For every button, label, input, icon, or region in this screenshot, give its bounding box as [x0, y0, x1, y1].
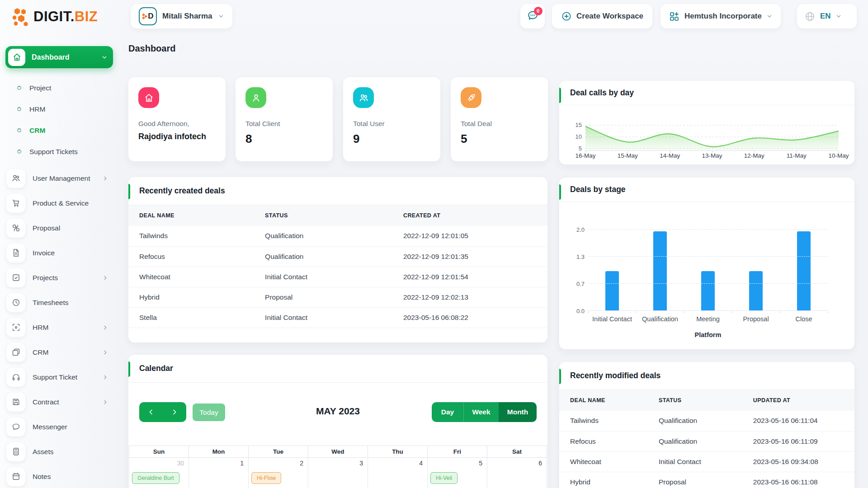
- recent-created-table: DEAL NAME STATUS CREATED AT TailwindsQua…: [128, 205, 547, 328]
- table-row[interactable]: StellaInitial Contact2023-05-16 06:08:22: [128, 307, 547, 328]
- sidebar-item-contract[interactable]: Contract: [5, 389, 113, 414]
- calendar-cell[interactable]: 5 Hi-Veil: [427, 458, 487, 488]
- section-title: Deal calls by day: [570, 88, 634, 97]
- scan-icon: [6, 318, 25, 337]
- total-deal-card: Total Deal 5: [451, 77, 548, 161]
- table-row[interactable]: HybridProposal2022-12-09 12:02:13: [128, 287, 547, 307]
- calendar-cell[interactable]: 1: [189, 458, 248, 488]
- workspace-avatar-hex-icon: [142, 13, 147, 19]
- greeting-label: Good Afternoon,: [138, 120, 216, 128]
- stat-label: Total User: [353, 120, 430, 128]
- bar: [588, 230, 636, 311]
- sidebar-subitem-crm[interactable]: CRM: [5, 120, 113, 141]
- calculator-icon: [6, 442, 25, 461]
- chat-badge: 0: [534, 7, 542, 15]
- chevron-right-icon: [102, 275, 108, 281]
- sidebar-item-projects[interactable]: Projects: [5, 265, 113, 290]
- date-number: 5: [428, 458, 487, 469]
- section-title: Recently created deals: [139, 186, 225, 195]
- view-week-button[interactable]: Week: [463, 402, 499, 422]
- day-header: Tue: [248, 446, 308, 458]
- day-header: Sun: [129, 446, 189, 458]
- table-row[interactable]: RefocusQualification2022-12-09 12:01:35: [128, 246, 547, 267]
- calendar-cell[interactable]: 3: [308, 458, 368, 488]
- date-number: 2: [249, 458, 308, 469]
- sidebar-item-proposal[interactable]: Proposal: [5, 216, 113, 240]
- recently-modified-deals-card: Recently modified deals DEAL NAME STATUS…: [559, 362, 854, 488]
- day-header: Fri: [427, 446, 487, 458]
- calendar-cell[interactable]: 4: [368, 458, 427, 488]
- stat-label: Total Client: [245, 120, 323, 128]
- table-row[interactable]: RefocusQualification2023-05-16 06:11:09: [559, 431, 854, 451]
- recent-modified-table: DEAL NAME STATUS UPDATED AT TailwindsQua…: [559, 390, 854, 488]
- greeting-card: Good Afternoon, Rajodiya infotech: [128, 77, 226, 161]
- sidebar-item-invoice[interactable]: Invoice: [5, 240, 113, 265]
- user-icon: [245, 87, 266, 108]
- view-month-button[interactable]: Month: [499, 402, 537, 422]
- cart-icon: [6, 194, 25, 213]
- day-header: Sat: [487, 446, 547, 458]
- table-row[interactable]: TailwindsQualification2023-05-16 06:11:0…: [559, 411, 854, 431]
- workspace-name: Hemtush Incorporate: [684, 12, 762, 21]
- messages-button[interactable]: 0: [520, 4, 545, 28]
- dashboard-submenu: Project HRM CRM Support Tickets: [5, 77, 113, 162]
- calendar-event[interactable]: Geraldine Burt: [132, 472, 179, 484]
- total-user-card: Total User 9: [343, 77, 440, 161]
- sidebar-subitem-project[interactable]: Project: [5, 77, 113, 99]
- view-day-button[interactable]: Day: [432, 402, 463, 422]
- chevron-right-icon: [102, 175, 108, 182]
- day-header: Mon: [189, 446, 248, 458]
- sidebar-item-product-service[interactable]: Product & Service: [5, 191, 113, 216]
- layers-icon: [6, 343, 25, 362]
- bullet-icon: [17, 107, 21, 111]
- calendar-cell[interactable]: 6: [487, 458, 547, 488]
- calendar-cell[interactable]: 2 Hi-Flow: [248, 458, 308, 488]
- create-workspace-button[interactable]: Create Workspace: [552, 4, 652, 28]
- save-icon: [6, 393, 25, 412]
- language-code: EN: [820, 12, 831, 21]
- calendar-cell[interactable]: 30 Geraldine Burt: [129, 458, 189, 488]
- bar-chart-bars: [588, 230, 828, 311]
- sidebar-subitem-support-tickets[interactable]: Support Tickets: [5, 141, 113, 162]
- sidebar-item-dashboard[interactable]: Dashboard: [5, 46, 113, 68]
- calendar-card: Calendar Today MAY 2023 Day Week Month S…: [128, 355, 547, 488]
- col-status: STATUS: [254, 205, 392, 226]
- calendar-event[interactable]: Hi-Veil: [430, 472, 458, 484]
- sidebar-subitem-hrm[interactable]: HRM: [5, 99, 113, 120]
- sidebar-item-support-ticket[interactable]: Support Ticket: [5, 365, 113, 389]
- sidebar-item-notes[interactable]: Notes: [5, 464, 113, 488]
- users-icon: [6, 169, 25, 188]
- card-header: Deal calls by day: [559, 81, 854, 105]
- date-number: 4: [368, 458, 427, 469]
- table-row[interactable]: HybridProposal2023-05-16 06:11:08: [559, 472, 854, 488]
- sidebar-item-timesheets[interactable]: Timesheets: [5, 290, 113, 315]
- table-row[interactable]: WhitecoatInitial Contact2023-05-16 09:34…: [559, 451, 854, 472]
- sidebar-item-assets[interactable]: Assets: [5, 439, 113, 464]
- calendar-week-row: 30 Geraldine Burt 1 2 Hi-Flow 3 4 5: [129, 458, 547, 488]
- table-header-row: DEAL NAME STATUS CREATED AT: [128, 205, 547, 226]
- bar-chart-axis-title: Platform: [588, 331, 828, 338]
- calendar-event[interactable]: Hi-Flow: [251, 472, 281, 484]
- language-selector[interactable]: EN: [797, 4, 857, 28]
- plus-circle-icon: [561, 11, 572, 22]
- chevron-right-icon: [102, 324, 108, 331]
- sidebar-item-messenger[interactable]: Messenger: [5, 414, 113, 439]
- table-row[interactable]: WhitecoatInitial Contact2022-12-09 12:01…: [128, 267, 547, 287]
- section-title: Deals by stage: [570, 185, 626, 194]
- chevron-down-icon: [766, 13, 773, 19]
- sidebar-item-crm[interactable]: CRM: [5, 340, 113, 365]
- table-row[interactable]: TailwindsQualification2022-12-09 12:01:0…: [128, 226, 547, 246]
- users-icon: [353, 87, 374, 108]
- date-number: 6: [487, 458, 547, 469]
- bar-category-label: Proposal: [732, 315, 780, 323]
- bullet-icon: [17, 150, 21, 154]
- sidebar-item-user-management[interactable]: User Management: [5, 166, 113, 191]
- grid-plus-icon: [669, 11, 680, 22]
- user-workspace-menu[interactable]: D Mitali Sharma: [131, 4, 232, 28]
- workspace-selector[interactable]: Hemtush Incorporate: [660, 4, 781, 28]
- bar-chart-plot: 0.00.71.32.0: [588, 230, 828, 311]
- bar-category-label: Meeting: [684, 315, 732, 323]
- date-number: 30: [129, 458, 189, 469]
- calendar-grid: Sun Mon Tue Wed Thu Fri Sat 30 Geraldine…: [129, 446, 547, 488]
- sidebar-item-hrm[interactable]: HRM: [5, 315, 113, 340]
